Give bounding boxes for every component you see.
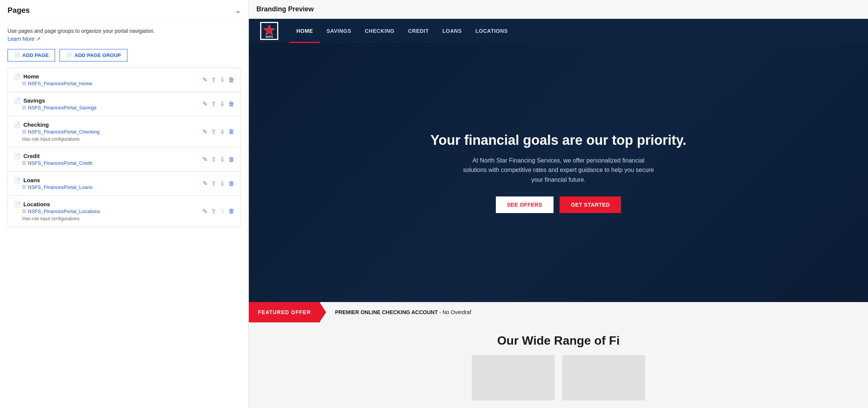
move-down-icon[interactable]: ⇩ <box>220 180 225 187</box>
page-file-icon: 📄 <box>14 74 20 80</box>
add-page-button[interactable]: 📄 ADD PAGE <box>8 49 55 61</box>
nav-link-checking[interactable]: CHECKING <box>358 19 401 43</box>
nsfs-navigation: NSFS HOME SAVINGS CHECKING CREDIT LOANS … <box>249 19 868 43</box>
panel-header: Pages ⌄ <box>0 0 248 21</box>
page-item-savings: 📄 Savings ☷ NSFS_FinancesPortal_Savings … <box>8 92 241 116</box>
nav-link-home[interactable]: HOME <box>290 19 320 43</box>
page-info-home: 📄 Home ☷ NSFS_FinancesPortal_Home <box>14 73 92 86</box>
edit-icon[interactable]: ✎ <box>202 100 207 107</box>
wide-range-section: Our Wide Range of Fi <box>249 322 868 408</box>
portal-name-home: ☷ NSFS_FinancesPortal_Home <box>14 81 92 86</box>
move-up-icon[interactable]: ⇧ <box>211 76 216 83</box>
nsfs-site: NSFS HOME SAVINGS CHECKING CREDIT LOANS … <box>249 19 868 408</box>
page-item-home: 📄 Home ☷ NSFS_FinancesPortal_Home ✎ ⇧ ⇩ … <box>8 67 241 92</box>
page-name-locations: Locations <box>23 201 50 207</box>
move-up-icon[interactable]: ⇧ <box>211 128 216 135</box>
panel-description: Use pages and page groups to organize yo… <box>0 21 248 43</box>
portal-name-loans: ☷ NSFS_FinancesPortal_Loans <box>14 184 92 190</box>
page-info-credit: 📄 Credit ☷ NSFS_FinancesPortal_Credit <box>14 153 92 166</box>
page-item-loans: 📄 Loans ☷ NSFS_FinancesPortal_Loans ✎ ⇧ … <box>8 171 241 196</box>
page-file-icon: 📄 <box>14 201 20 207</box>
nav-link-savings[interactable]: SAVINGS <box>320 19 358 43</box>
edit-icon[interactable]: ✎ <box>202 156 207 163</box>
edit-icon[interactable]: ✎ <box>202 76 207 83</box>
move-up-icon[interactable]: ⇧ <box>211 208 216 215</box>
move-up-icon[interactable]: ⇧ <box>211 180 216 187</box>
featured-offer-bar: FEATURED OFFER PREMIER ONLINE CHECKING A… <box>249 302 868 322</box>
nav-link-locations[interactable]: LOCATIONS <box>469 19 515 43</box>
delete-icon[interactable]: 🗑 <box>229 156 235 163</box>
edit-icon[interactable]: ✎ <box>202 128 207 135</box>
portal-grid-icon: ☷ <box>22 161 26 166</box>
cards-row <box>264 355 853 400</box>
page-info-savings: 📄 Savings ☷ NSFS_FinancesPortal_Savings <box>14 97 97 110</box>
branding-preview-title: Branding Preview <box>249 0 868 19</box>
preview-container: NSFS HOME SAVINGS CHECKING CREDIT LOANS … <box>249 19 868 408</box>
featured-offer-text: PREMIER ONLINE CHECKING ACCOUNT <box>335 309 438 315</box>
learn-more-link[interactable]: Learn More ↗ <box>8 35 41 43</box>
action-buttons: 📄 ADD PAGE 📄 ADD PAGE GROUP <box>0 43 248 67</box>
edit-icon[interactable]: ✎ <box>202 180 207 187</box>
page-actions-locations: ✎ ⇧ ⇩ 🗑 <box>202 208 235 215</box>
portal-name-savings: ☷ NSFS_FinancesPortal_Savings <box>14 105 97 110</box>
move-down-icon[interactable]: ⇩ <box>220 128 225 135</box>
get-started-button[interactable]: GET STARTED <box>560 196 621 213</box>
move-down-icon[interactable]: ⇩ <box>220 208 225 215</box>
page-item-locations: 📄 Locations ☷ NSFS_FinancesPortal_Locati… <box>8 195 241 227</box>
delete-icon[interactable]: 🗑 <box>229 101 235 107</box>
page-name-home: Home <box>23 73 39 80</box>
page-actions-savings: ✎ ⇧ ⇩ 🗑 <box>202 100 235 107</box>
page-item-checking: 📄 Checking ☷ NSFS_FinancesPortal_Checkin… <box>8 116 241 147</box>
portal-name-credit: ☷ NSFS_FinancesPortal_Credit <box>14 160 92 166</box>
page-name-checking: Checking <box>23 121 49 128</box>
page-info-loans: 📄 Loans ☷ NSFS_FinancesPortal_Loans <box>14 177 92 190</box>
add-page-group-button[interactable]: 📄 ADD PAGE GROUP <box>60 49 127 61</box>
right-panel: Branding Preview NSFS HOME SAVINGS <box>249 0 868 408</box>
wide-range-title: Our Wide Range of Fi <box>264 334 853 348</box>
hero-content: Your financial goals are our top priorit… <box>431 132 687 213</box>
delete-icon[interactable]: 🗑 <box>229 128 235 135</box>
delete-icon[interactable]: 🗑 <box>229 77 235 83</box>
chevron-down-icon[interactable]: ⌄ <box>235 6 241 15</box>
hero-title: Your financial goals are our top priorit… <box>431 132 687 148</box>
featured-offer-label: FEATURED OFFER <box>249 302 320 322</box>
card-placeholder-1 <box>472 355 555 400</box>
move-down-icon[interactable]: ⇩ <box>220 76 225 83</box>
portal-grid-icon: ☷ <box>22 185 26 190</box>
portal-grid-icon: ☷ <box>22 209 26 214</box>
nav-link-credit[interactable]: CREDIT <box>401 19 436 43</box>
panel-title: Pages <box>8 6 30 15</box>
portal-grid-icon: ☷ <box>22 129 26 134</box>
page-name-credit: Credit <box>23 153 40 159</box>
page-note-checking: Has rule input configurations <box>14 137 100 142</box>
hero-subtitle: At North Star Financing Services, we off… <box>460 156 656 185</box>
move-down-icon[interactable]: ⇩ <box>220 156 225 163</box>
featured-offer-content: PREMIER ONLINE CHECKING ACCOUNT - No Ove… <box>320 309 486 315</box>
page-actions-credit: ✎ ⇧ ⇩ 🗑 <box>202 156 235 163</box>
svg-text:NSFS: NSFS <box>265 35 273 38</box>
move-down-icon[interactable]: ⇩ <box>220 100 225 107</box>
page-info-checking: 📄 Checking ☷ NSFS_FinancesPortal_Checkin… <box>14 121 100 142</box>
page-file-icon: 📄 <box>14 98 20 104</box>
move-up-icon[interactable]: ⇧ <box>211 156 216 163</box>
page-actions-home: ✎ ⇧ ⇩ 🗑 <box>202 76 235 83</box>
delete-icon[interactable]: 🗑 <box>229 208 235 215</box>
page-actions-loans: ✎ ⇧ ⇩ 🗑 <box>202 180 235 187</box>
page-group-icon-add: 📄 <box>66 52 72 58</box>
pages-list: 📄 Home ☷ NSFS_FinancesPortal_Home ✎ ⇧ ⇩ … <box>0 67 248 235</box>
nav-link-loans[interactable]: LOANS <box>436 19 469 43</box>
page-item-credit: 📄 Credit ☷ NSFS_FinancesPortal_Credit ✎ … <box>8 147 241 172</box>
card-placeholder-2 <box>562 355 645 400</box>
nsfs-nav-links: HOME SAVINGS CHECKING CREDIT LOANS LOCAT… <box>290 19 857 43</box>
page-name-loans: Loans <box>23 177 40 183</box>
nsfs-logo: NSFS <box>260 22 278 40</box>
page-note-locations: Has rule input configurations <box>14 216 100 221</box>
hero-buttons: SEE OFFERS GET STARTED <box>431 196 687 213</box>
move-up-icon[interactable]: ⇧ <box>211 100 216 107</box>
page-info-locations: 📄 Locations ☷ NSFS_FinancesPortal_Locati… <box>14 201 100 221</box>
edit-icon[interactable]: ✎ <box>202 208 207 215</box>
see-offers-button[interactable]: SEE OFFERS <box>496 196 554 213</box>
page-actions-checking: ✎ ⇧ ⇩ 🗑 <box>202 128 235 135</box>
delete-icon[interactable]: 🗑 <box>229 180 235 187</box>
logo-box: NSFS <box>260 22 278 40</box>
